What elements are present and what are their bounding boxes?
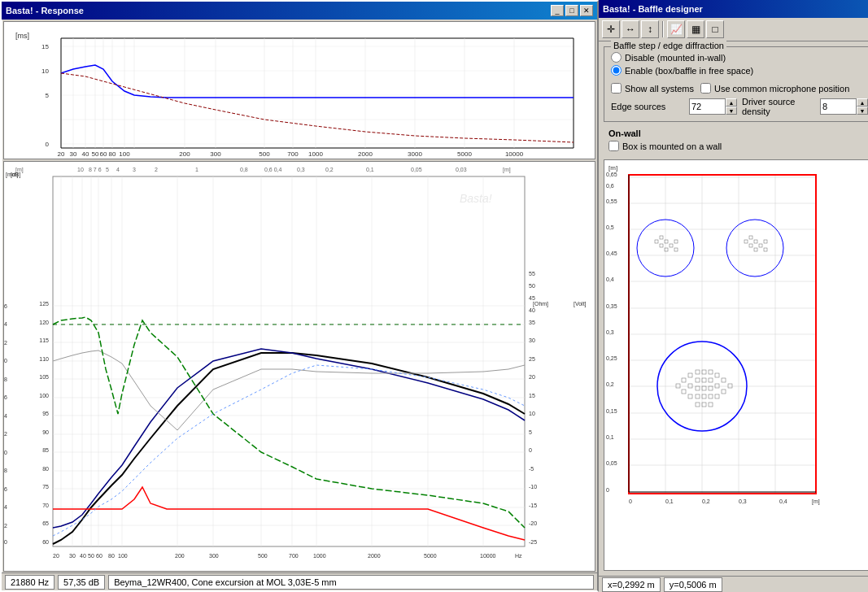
enable-label: Enable (box/baffle in free space) [625,66,753,76]
svg-text:20: 20 [58,150,65,158]
svg-text:10000: 10000 [480,553,496,559]
svg-text:100: 100 [118,553,128,559]
driver-density-down[interactable]: ▼ [857,107,868,115]
svg-text:0: 0 [529,447,532,453]
svg-text:80: 80 [42,466,49,472]
on-wall-checkbox-row: Box is mounted on a wall [608,141,868,151]
svg-text:0,2: 0,2 [325,167,334,172]
svg-text:10: 10 [77,167,84,172]
svg-rect-0 [4,22,595,159]
edge-sources-down[interactable]: ▼ [726,107,737,115]
svg-text:1: 1 [195,167,198,172]
svg-text:200: 200 [175,553,185,559]
svg-text:0,1: 0,1 [606,434,614,440]
driver-density-input[interactable]: 8 [820,98,857,115]
svg-text:0,15: 0,15 [606,408,617,414]
svg-text:-10: -10 [529,484,537,490]
svg-text:0,3: 0,3 [606,329,614,335]
svg-text:0: 0 [606,487,609,493]
svg-text:1000: 1000 [313,553,326,559]
svg-text:0,1: 0,1 [366,167,374,172]
response-window: Basta! - Response _ □ ✕ [ms] 15 [0,0,599,592]
disable-radio[interactable] [611,52,622,63]
status-freq: 21880 Hz [5,575,55,590]
svg-text:0,1: 0,1 [665,498,674,504]
svg-text:30: 30 [70,150,77,158]
svg-text:0,3: 0,3 [739,498,747,504]
svg-text:110: 110 [39,356,49,362]
status-bar: 21880 Hz 57,35 dB Beyma_12WR400, Cone ex… [2,572,597,590]
svg-text:20: 20 [53,553,59,559]
maximize-btn[interactable]: □ [565,5,578,16]
svg-text:3000: 3000 [408,150,422,158]
response-window-buttons: _ □ ✕ [551,5,593,16]
svg-text:40: 40 [80,553,86,559]
svg-text:0,45: 0,45 [606,250,617,256]
svg-text:0,05: 0,05 [606,460,617,466]
svg-text:8: 8 [4,468,7,473]
svg-text:[Ohm]: [Ohm] [533,301,548,307]
svg-text:-5: -5 [529,466,534,472]
svg-text:700: 700 [287,150,299,158]
svg-text:0,8: 0,8 [240,167,248,172]
show-all-systems-label: Show all systems [625,84,694,94]
svg-text:2: 2 [4,523,7,529]
chart-tool[interactable]: 📈 [667,20,685,38]
on-wall-label: On-wall [608,128,868,138]
svg-text:85: 85 [42,447,49,453]
common-mic-checkbox[interactable] [700,83,711,94]
svg-text:0,2: 0,2 [702,498,710,504]
close-btn[interactable]: ✕ [580,5,593,16]
baffle-content: Baffle step / edge diffraction Disable (… [599,41,868,159]
main-chart: Basta! [m] 10 8 7 6 5 4 3 2 1 0,8 0,6 0,… [3,161,595,572]
svg-text:22: 22 [4,340,7,346]
svg-text:90: 90 [42,429,49,435]
crosshair-tool[interactable]: ✛ [602,20,620,38]
svg-text:2: 2 [155,167,158,172]
edge-sources-up[interactable]: ▲ [726,98,737,107]
svg-text:500: 500 [258,553,268,559]
response-titlebar: Basta! - Response _ □ ✕ [2,2,597,20]
svg-text:12: 12 [4,431,7,437]
move-vertical-tool[interactable]: ↕ [641,20,659,38]
svg-text:0,2: 0,2 [606,381,614,387]
svg-text:10: 10 [529,411,535,416]
baffle-step-group: Baffle step / edge diffraction Disable (… [604,46,868,122]
on-wall-section: On-wall Box is mounted on a wall [604,125,868,155]
edge-sources-spinbox: 72 ▲ ▼ [689,98,737,115]
baffle-status-bar: x=0,2992 m y=0,5006 m [599,576,868,592]
show-all-systems-row: Show all systems [611,83,694,94]
svg-text:5: 5 [529,429,532,435]
svg-text:10: 10 [4,450,7,455]
svg-text:26: 26 [4,303,7,309]
show-all-systems-checkbox[interactable] [611,83,622,94]
svg-text:20: 20 [4,358,7,363]
svg-text:100: 100 [119,150,130,158]
move-horizontal-tool[interactable]: ↔ [622,20,639,38]
svg-text:0,3: 0,3 [297,167,305,172]
svg-text:700: 700 [289,553,299,559]
svg-text:0,03: 0,03 [456,167,467,172]
grid-tool[interactable]: ▦ [687,20,704,38]
svg-text:5: 5 [46,92,50,99]
svg-text:95: 95 [42,411,49,416]
svg-text:18: 18 [4,377,7,382]
edge-sources-input[interactable]: 72 [689,98,726,115]
options-row: Show all systems Use common microphone p… [611,83,868,94]
svg-text:25: 25 [529,356,535,362]
svg-text:15: 15 [529,393,535,398]
svg-text:35: 35 [529,320,535,325]
svg-text:0,6 0,4: 0,6 0,4 [264,167,282,172]
on-wall-checkbox[interactable] [608,141,619,151]
enable-radio[interactable] [611,65,622,76]
driver-density-up[interactable]: ▲ [857,98,868,107]
svg-text:0,25: 0,25 [606,355,617,361]
minimize-btn[interactable]: _ [551,5,564,16]
svg-text:[dB]: [dB] [11,172,21,178]
svg-text:60: 60 [96,553,103,559]
driver-density-arrows: ▲ ▼ [857,98,868,115]
box-tool[interactable]: □ [706,20,724,38]
svg-text:4: 4 [116,167,120,172]
svg-text:0,5: 0,5 [606,224,614,230]
driver-density-label: Driver source density [742,97,815,116]
